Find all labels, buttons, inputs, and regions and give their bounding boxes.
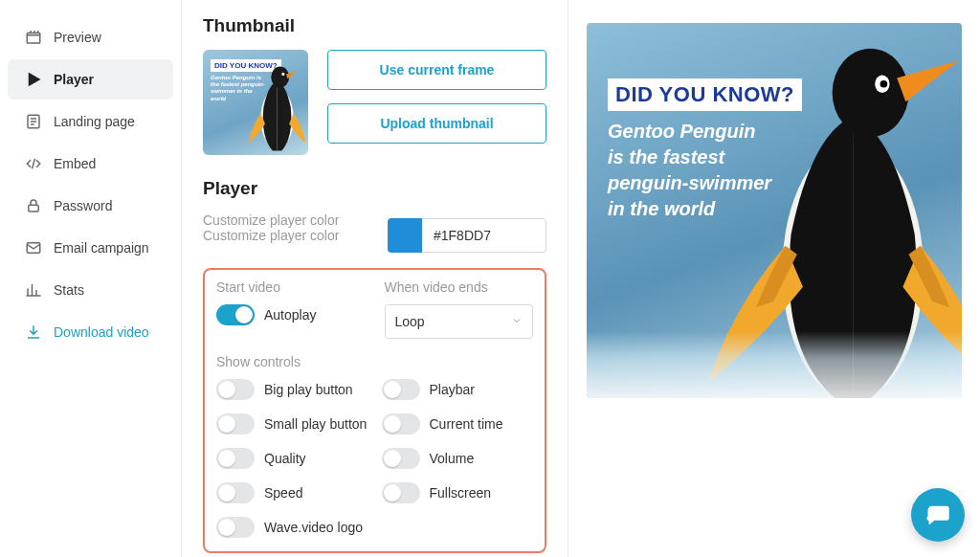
- upload-thumbnail-button[interactable]: Upload thumbnail: [327, 103, 546, 144]
- page-icon: [25, 113, 42, 130]
- sidebar-item-label: Preview: [54, 30, 101, 45]
- controls-grid: Big play button Small play button Qualit…: [216, 379, 533, 538]
- control-playbar-toggle[interactable]: [382, 379, 420, 400]
- sidebar-item-label: Password: [54, 198, 112, 213]
- video-ends-select[interactable]: Loop: [385, 304, 534, 339]
- player-heading: Player: [203, 178, 546, 199]
- sidebar-item-label: Player: [54, 72, 94, 87]
- control-current-time: Current time: [382, 413, 534, 434]
- control-logo-toggle[interactable]: [216, 517, 255, 538]
- player-color-label-dup: Customize player color: [203, 228, 374, 243]
- clapperboard-icon: [25, 29, 42, 46]
- sidebar-item-label: Email campaign: [54, 240, 149, 256]
- control-small-play: Small play button: [216, 413, 368, 434]
- svg-point-11: [880, 80, 888, 88]
- chat-button[interactable]: [911, 488, 965, 542]
- svg-point-7: [281, 73, 284, 76]
- show-controls-label: Show controls: [216, 354, 533, 369]
- penguin-icon: [237, 55, 308, 155]
- control-volume-toggle[interactable]: [382, 448, 420, 469]
- thumbnail-preview[interactable]: DID YOU KNOW? Gentoo Penguin is the fast…: [203, 50, 308, 155]
- svg-point-9: [833, 49, 909, 137]
- control-speed: Speed: [216, 482, 368, 503]
- sidebar-item-label: Stats: [54, 282, 84, 298]
- sidebar-item-label: Download video: [54, 324, 149, 340]
- autoplay-toggle[interactable]: [216, 304, 255, 325]
- svg-marker-1: [30, 74, 40, 85]
- control-playbar: Playbar: [382, 379, 534, 400]
- control-fullscreen-toggle[interactable]: [382, 482, 420, 503]
- sidebar: Preview Player Landing page Embed Passwo…: [0, 0, 182, 557]
- control-quality: Quality: [216, 448, 368, 469]
- settings-panel: Thumbnail DID YOU KNOW? Gentoo Penguin i…: [182, 0, 568, 557]
- sidebar-item-player[interactable]: Player: [8, 59, 173, 100]
- control-current-time-toggle[interactable]: [382, 413, 420, 434]
- control-quality-label: Quality: [264, 451, 306, 466]
- control-volume-label: Volume: [430, 451, 475, 466]
- video-ends-label: When video ends: [385, 279, 534, 295]
- sidebar-item-password[interactable]: Password: [8, 186, 173, 226]
- sidebar-item-email[interactable]: Email campaign: [8, 228, 173, 268]
- sidebar-item-stats[interactable]: Stats: [8, 270, 173, 310]
- control-speed-label: Speed: [264, 485, 302, 501]
- sidebar-item-landing[interactable]: Landing page: [8, 101, 173, 142]
- sidebar-item-label: Landing page: [54, 114, 135, 129]
- control-playbar-label: Playbar: [430, 382, 475, 397]
- control-big-play: Big play button: [216, 379, 368, 400]
- thumbnail-heading: Thumbnail: [203, 15, 546, 36]
- control-volume: Volume: [382, 448, 534, 469]
- control-current-time-label: Current time: [430, 416, 503, 432]
- autoplay-label: Autoplay: [264, 307, 316, 323]
- download-icon: [25, 323, 42, 341]
- lock-icon: [25, 197, 42, 214]
- envelope-icon: [25, 239, 42, 256]
- sidebar-item-download[interactable]: Download video: [8, 312, 173, 352]
- chat-icon: [924, 501, 951, 528]
- video-preview[interactable]: DID YOU KNOW? Gentoo Penguin is the fast…: [587, 23, 962, 398]
- start-video-label: Start video: [216, 279, 366, 295]
- svg-rect-12: [928, 507, 948, 520]
- control-speed-toggle[interactable]: [216, 482, 255, 503]
- svg-rect-3: [29, 205, 39, 212]
- use-current-frame-button[interactable]: Use current frame: [327, 50, 546, 90]
- color-swatch[interactable]: [388, 218, 422, 253]
- control-logo-label: Wave.video logo: [264, 520, 363, 535]
- autoplay-row: Autoplay: [216, 304, 366, 325]
- color-input[interactable]: [422, 218, 546, 253]
- svg-point-6: [271, 67, 289, 88]
- control-quality-toggle[interactable]: [216, 448, 255, 469]
- control-small-play-toggle[interactable]: [216, 413, 255, 434]
- player-options-highlight: Start video Autoplay When video ends Loo…: [203, 268, 546, 553]
- chevron-down-icon: [511, 314, 523, 329]
- sidebar-item-embed[interactable]: Embed: [8, 144, 173, 184]
- control-fullscreen: Fullscreen: [382, 482, 534, 503]
- sidebar-item-label: Embed: [54, 156, 96, 171]
- video-ends-value: Loop: [395, 314, 425, 329]
- bar-chart-icon: [25, 281, 42, 299]
- control-fullscreen-label: Fullscreen: [430, 485, 492, 501]
- control-big-play-label: Big play button: [264, 382, 353, 397]
- play-icon: [25, 71, 42, 88]
- sidebar-item-preview[interactable]: Preview: [8, 17, 173, 57]
- control-big-play-toggle[interactable]: [216, 379, 255, 400]
- control-small-play-label: Small play button: [264, 416, 367, 432]
- splash-overlay: [587, 331, 962, 398]
- preview-panel: DID YOU KNOW? Gentoo Penguin is the fast…: [568, 0, 980, 557]
- control-logo: Wave.video logo: [216, 517, 368, 538]
- code-icon: [25, 155, 42, 172]
